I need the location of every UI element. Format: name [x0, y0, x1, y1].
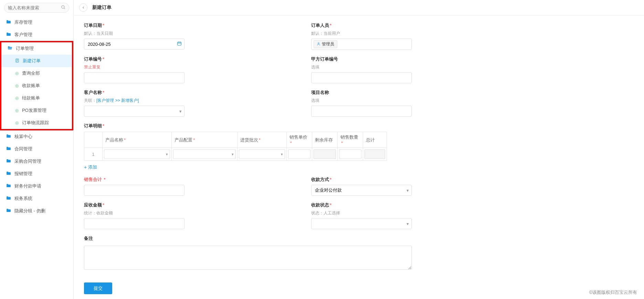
sub-label: 新建订单 — [23, 58, 41, 64]
nav-label: 财务付款申请 — [14, 183, 41, 189]
payment-method-select[interactable] — [311, 185, 412, 196]
svg-point-10 — [318, 42, 319, 44]
target-icon: ◎ — [15, 83, 19, 88]
table-row: 1 ▾ ▾ ▾ — [84, 148, 387, 161]
nav-label: 隐藏分组 - 勿删 — [14, 208, 45, 214]
sidebar: 库存管理 客户管理 订单管理 新建订单 ◎ — [0, 0, 74, 299]
nav-label: 核算中心 — [14, 134, 32, 140]
nav-accounting[interactable]: 核算中心 — [0, 130, 73, 143]
nav-hidden-group[interactable]: 隐藏分组 - 勿删 — [0, 205, 73, 217]
col-product-name: 产品名称* — [102, 132, 171, 148]
copyright-text: ©该图版权归百宝云所有 — [589, 289, 637, 296]
plus-icon: + — [84, 164, 87, 170]
order-staff-hint: 默认：当前用户 — [311, 31, 518, 36]
nav-order[interactable]: 订单管理 — [1, 42, 72, 55]
nav-purchase-contract[interactable]: 采购合同管理 — [0, 155, 73, 168]
remark-textarea[interactable] — [84, 246, 412, 270]
sub-label: 订单物流跟踪 — [22, 120, 49, 126]
sub-label: 查询全部 — [22, 70, 40, 76]
customer-link[interactable]: [客户管理 >> 新增客户] — [96, 98, 139, 103]
row-number: 1 — [84, 148, 103, 161]
order-date-label: 订单日期* — [84, 22, 291, 29]
payment-status-select[interactable] — [311, 218, 412, 229]
folder-icon — [6, 146, 11, 152]
nav-label: 合同管理 — [14, 146, 32, 152]
receivable-label: 应收金额* — [84, 202, 291, 208]
folder-icon — [6, 208, 11, 214]
folder-icon — [6, 196, 11, 202]
folder-icon — [6, 171, 11, 177]
cell-price[interactable] — [288, 149, 310, 159]
sub-receipt[interactable]: ◎ 收款账单 — [1, 79, 72, 92]
add-row-button[interactable]: + 添加 — [84, 164, 97, 170]
cell-stock — [314, 149, 336, 159]
sub-po-invoice[interactable]: ◎ PO发票管理 — [1, 104, 72, 117]
sales-total-input[interactable] — [84, 185, 184, 196]
sub-label: 收款账单 — [22, 83, 40, 89]
target-icon: ◎ — [15, 96, 19, 100]
search-input[interactable] — [4, 3, 69, 13]
project-input[interactable] — [311, 106, 412, 117]
detail-label: 订单明细* — [84, 123, 634, 129]
project-hint: 选填 — [311, 98, 518, 104]
sub-settlement[interactable]: ◎ 结款账单 — [1, 92, 72, 104]
party-a-no-input[interactable] — [311, 72, 412, 83]
detail-table: 产品名称* 产品配置* 进货批次* 销售单价* 剩余库存 销售数量* 总计 1 — [84, 132, 387, 161]
col-qty: 销售数量* — [337, 132, 363, 148]
folder-icon — [6, 20, 11, 25]
nav-label: 订单管理 — [16, 45, 34, 52]
nav-label: 报销管理 — [14, 171, 32, 177]
page-title: 新建订单 — [92, 4, 112, 11]
sub-label: 结款账单 — [22, 95, 40, 101]
nav-label: 客户管理 — [14, 32, 32, 38]
nav-reimbursement[interactable]: 报销管理 — [0, 168, 73, 180]
back-button[interactable] — [79, 3, 87, 12]
payment-status-label: 收款状态* — [311, 202, 518, 208]
receivable-hint: 统计：收款金额 — [84, 210, 291, 216]
nav-contract[interactable]: 合同管理 — [0, 143, 73, 155]
order-no-hint: 禁止重复 — [84, 64, 291, 70]
sub-query-all[interactable]: ◎ 查询全部 — [1, 67, 72, 79]
sub-logistics[interactable]: ◎ 订单物流跟踪 — [1, 117, 72, 129]
target-icon: ◎ — [15, 71, 19, 76]
cell-batch[interactable] — [239, 149, 285, 159]
order-date-hint: 默认：当天日期 — [84, 31, 291, 36]
order-no-label: 订单编号* — [84, 56, 291, 62]
order-date-input[interactable] — [84, 39, 184, 50]
search-icon — [61, 5, 66, 11]
customer-select[interactable] — [84, 106, 184, 117]
customer-hint: 关联：[客户管理 >> 新增客户] — [84, 98, 291, 104]
nav-inventory[interactable]: 库存管理 — [0, 16, 73, 29]
folder-icon — [6, 134, 11, 140]
cell-product-config[interactable] — [173, 149, 236, 159]
folder-icon — [6, 32, 11, 38]
project-label: 项目名称 — [311, 89, 518, 96]
nav-customer[interactable]: 客户管理 — [0, 29, 73, 41]
nav-payment-request[interactable]: 财务付款申请 — [0, 180, 73, 192]
submit-button[interactable]: 提交 — [84, 282, 112, 294]
page-header: 新建订单 — [74, 0, 644, 15]
nav-tax[interactable]: 税务系统 — [0, 192, 73, 205]
order-no-input[interactable] — [84, 72, 184, 83]
document-icon — [15, 58, 19, 64]
sub-new-order[interactable]: 新建订单 — [1, 55, 72, 67]
remark-label: 备注 — [84, 235, 634, 242]
party-a-no-hint: 选填 — [311, 64, 518, 70]
highlight-marker: 订单管理 新建订单 ◎ 查询全部 ◎ 收款账单 ◎ 结款账单 ◎ — [0, 41, 73, 130]
cell-product-name[interactable] — [104, 149, 170, 159]
cell-qty[interactable] — [339, 149, 361, 159]
main-content: 新建订单 订单日期* 默认：当天日期 订单人员* 默认： — [74, 0, 644, 299]
order-staff-input[interactable]: 管理员 — [311, 39, 412, 50]
svg-line-1 — [64, 8, 65, 9]
col-stock: 剩余库存 — [312, 132, 337, 148]
target-icon: ◎ — [15, 108, 19, 113]
search-box — [4, 3, 69, 13]
cell-total — [365, 149, 385, 159]
receivable-input[interactable] — [84, 218, 184, 229]
col-batch: 进货批次* — [237, 132, 286, 148]
nav-label: 采购合同管理 — [14, 158, 41, 164]
sub-label: PO发票管理 — [22, 107, 46, 114]
payment-method-label: 收款方式* — [311, 177, 518, 183]
party-a-no-label: 甲方订单编号 — [311, 56, 518, 62]
target-icon: ◎ — [15, 120, 19, 125]
